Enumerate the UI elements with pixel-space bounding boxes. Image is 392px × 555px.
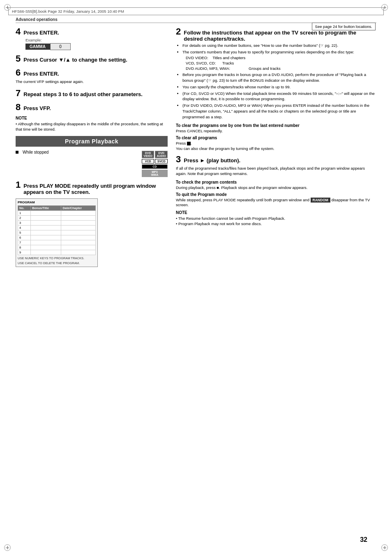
page-header: HFS66-S55[B].book Page 32 Friday, Januar…: [8, 7, 384, 15]
check-heading: To check the program contents: [176, 180, 376, 184]
see-page-text: See page 24 for button locations.: [315, 24, 372, 29]
while-stopped: While stopped: [16, 150, 48, 154]
note-item-2: • Program Playback may not work for some…: [176, 221, 376, 226]
step-8-title: Press VFP.: [23, 105, 51, 111]
bullet-4: You can specify the chapters/tracks whos…: [182, 84, 376, 90]
step-3-body: If all of the programmed tracks/files ha…: [176, 166, 376, 177]
badge-vcd: VCD: [142, 159, 154, 164]
table-row: 7: [18, 240, 96, 245]
clear-one-section: To clear the programs one by one from th…: [176, 123, 376, 133]
page-number: 32: [360, 536, 367, 543]
note-label-left: NOTE: [16, 116, 168, 120]
clear-all-note: You can also clear the program by turnin…: [176, 146, 376, 151]
table-row: 9: [18, 250, 96, 255]
check-section: To check the program contents During pla…: [176, 180, 376, 190]
program-table: No. Bonus/Title Date/Chapter 1 2 3 4 5 6…: [18, 205, 96, 255]
step-3-num: 3: [176, 154, 181, 165]
right-note: NOTE • The Resume function cannot be use…: [176, 210, 376, 227]
screen-note2: USE CANCEL TO DELETE THE PROGRAM.: [18, 261, 96, 265]
section-title: Advanced operations: [16, 17, 376, 23]
step-3-block: 3 Press ► (play button). If all of the p…: [176, 154, 376, 177]
step-6-num: 6: [16, 67, 21, 78]
bullet-2: The content's numbers that you have to s…: [182, 49, 376, 71]
step-6-body: The current VFP settings appear again.: [16, 79, 168, 85]
step-4-block: 4 Press ENTER. Example: GAMMA 0: [16, 26, 168, 50]
right-column: 2 Follow the instructions that appear on…: [176, 26, 376, 269]
header-text: HFS66-S55[B].book Page 32 Friday, Januar…: [12, 9, 124, 14]
bullet-3: Before you program the tracks in bonus g…: [182, 72, 376, 83]
quit-heading: To quit the Program mode: [176, 192, 376, 197]
clear-one-heading: To clear the programs one by one from th…: [176, 123, 376, 128]
gamma-label: GAMMA: [25, 44, 50, 50]
program-playback-banner: Program Playback: [16, 136, 168, 147]
table-row: 5: [18, 230, 96, 235]
step-8-num: 8: [16, 102, 21, 113]
quit-body: While stopped, press PLAY MODE repeatedl…: [176, 198, 376, 207]
left-note: NOTE • Although the setting display disa…: [16, 116, 168, 132]
quit-section: To quit the Program mode While stopped, …: [176, 192, 376, 207]
step-1-block: 1 Press PLAY MODE repeatedly until progr…: [16, 180, 168, 195]
note-text-left: • Although the setting display disappear…: [16, 121, 168, 132]
note-item-1: • The Resume function cannot be used wit…: [176, 216, 376, 221]
step-7-num: 7: [16, 88, 21, 99]
step-2-title: Follow the instructions that appear on t…: [184, 30, 376, 42]
badge-cd: CD: [142, 164, 168, 169]
screen-note1: USE NUMERIC KEYS TO PROGRAM TRACKS.: [18, 256, 96, 260]
clear-all-section: To clear all programs Press . You can al…: [176, 136, 376, 151]
step-3-title: Press ► (play button).: [184, 157, 240, 164]
see-page-box: See page 24 for button locations.: [312, 23, 376, 30]
table-row: 4: [18, 226, 96, 230]
badge-mp3wma: MP3WMA: [142, 170, 168, 177]
note-label-right: NOTE: [176, 210, 376, 215]
clear-all-heading: To clear all programs: [176, 136, 376, 140]
step-8-block: 8 Press VFP.: [16, 102, 168, 113]
col-header-no: No.: [18, 206, 31, 211]
left-column: 4 Press ENTER. Example: GAMMA 0 5 Press …: [16, 26, 168, 269]
step-7-title: Repeat steps 3 to 6 to adjust other para…: [23, 91, 143, 97]
step-7-block: 7 Repeat steps 3 to 6 to adjust other pa…: [16, 88, 168, 99]
screen-title: PROGRAM: [18, 200, 96, 204]
step-6-title: Press ENTER.: [23, 71, 59, 77]
gamma-value: 0: [50, 43, 71, 50]
disc-badges: DVDVIDEO DVDAUDIO VCD SVCD CD MP3WMA: [142, 151, 168, 177]
col-header-bonus: Date/Chapter: [61, 206, 96, 211]
table-row: 1: [18, 211, 96, 216]
step-5-title: Press Cursor ▼/▲ to change the setting.: [23, 57, 127, 63]
step-4-title: Press ENTER.: [23, 30, 59, 36]
bullet-5: (For CD, SVCD or VCD) When the total pla…: [182, 91, 376, 102]
step-4-num: 4: [16, 26, 21, 37]
step-2-block: 2 Follow the instructions that appear on…: [176, 26, 376, 120]
step-5-block: 5 Press Cursor ▼/▲ to change the setting…: [16, 53, 168, 64]
step-6-block: 6 Press ENTER. The current VFP settings …: [16, 67, 168, 85]
example-label: Example:: [25, 38, 168, 42]
table-row: 3: [18, 221, 96, 226]
step-1-num: 1: [16, 180, 21, 190]
step-2-content: For details on using the number buttons,…: [176, 43, 376, 120]
badge-dvd-video: DVDVIDEO: [142, 151, 154, 158]
gamma-display: GAMMA 0: [25, 43, 168, 50]
step-5-num: 5: [16, 53, 21, 64]
check-body: During playback, press ■. Playback stops…: [176, 185, 376, 190]
table-row: 2: [18, 216, 96, 221]
disc-type-vcd: VCD, SVCD, CD: Tracks: [186, 60, 376, 66]
disc-type-dvd-video: DVD VIDEO: Titles and chapters: [186, 55, 376, 60]
clear-all-body: Press .: [176, 141, 376, 145]
col-header-group: Bonus/Title: [31, 206, 61, 211]
stop-icon: [187, 142, 191, 145]
square-bullet-icon: [16, 151, 18, 154]
random-key: RANDOM: [311, 198, 330, 203]
bullet-6: (For DVD VIDEO, DVD AUDIO, MP3 or WMA) W…: [182, 103, 376, 120]
badge-dvd-audio: DVDAUDIO: [155, 151, 168, 158]
program-screen: PROGRAM No. Bonus/Title Date/Chapter 1 2…: [16, 198, 98, 267]
step-1-title: Press PLAY MODE repeatedly until program…: [23, 183, 168, 195]
table-row: 8: [18, 245, 96, 250]
table-row: 6: [18, 235, 96, 240]
disc-type-dvd-audio: DVD AUDIO, MP3, WMA: Groups and tracks: [186, 66, 376, 71]
step-2-num: 2: [176, 26, 181, 37]
clear-one-body: Press CANCEL repeatedly.: [176, 129, 376, 133]
badge-svcd: SVCD: [155, 159, 168, 164]
bullet-1: For details on using the number buttons,…: [182, 43, 376, 48]
